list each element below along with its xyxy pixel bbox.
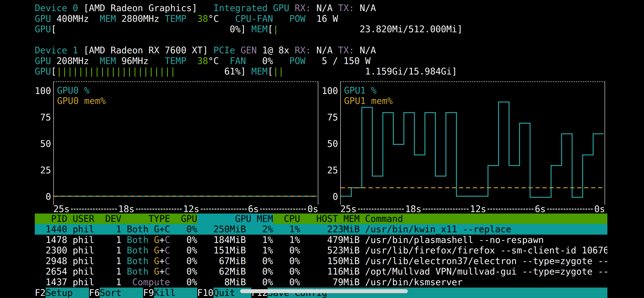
- f9-key-label[interactable]: F9: [143, 287, 154, 298]
- gpu0-plot-box: GPU0 % GPU0 mem%: [53, 82, 318, 205]
- row-type-both: Both: [127, 224, 148, 234]
- row-type-graphics-flag: G: [154, 266, 159, 277]
- temp-unit: °C: [208, 56, 230, 66]
- home-indicator[interactable]: [240, 289, 408, 293]
- row-type-plus: +: [159, 235, 164, 245]
- row-pid-user-dev: 2654 phil 1: [35, 266, 127, 277]
- y-tick-75: 75: [327, 112, 338, 123]
- device1-bars-line: GPU[|||||||||||||||||||||| 61%] MEM[|| 1…: [35, 66, 644, 77]
- row-type-plus: +: [159, 224, 164, 234]
- device0-bus-label: Integrated GPU: [214, 3, 289, 13]
- mem-clock-value: 2800MHz: [116, 14, 164, 24]
- device1-stats-line: GPU 208MHz MEM 96MHz TEMP 38°C FAN 0% PO…: [35, 56, 644, 66]
- axis-dash: [136, 209, 182, 210]
- axis-dash: [547, 209, 593, 210]
- gpu-usage-bar: ||||||||||||||||||||||: [56, 66, 176, 77]
- gpu0-y-axis: 100 75 50 25 0: [35, 82, 53, 213]
- fan-label: FAN: [230, 56, 246, 66]
- legend-gpu-percent: GPU1 %: [344, 85, 393, 96]
- gpu1-y-axis: 100 75 50 25 0: [318, 82, 340, 213]
- gpu0-history-chart: 100 75 50 25 0 GPU0 % GPU0 mem% 25s18s12…: [35, 82, 318, 213]
- row-pid-user-dev: 1478 phil 1: [35, 235, 127, 245]
- gpu-clock-value: 400MHz: [51, 14, 100, 24]
- temp-label: TEMP: [165, 14, 186, 24]
- row-type-both: Both: [127, 256, 148, 266]
- header-sort-column-gpu-mem[interactable]: GPU MEM: [197, 213, 273, 224]
- row-type-graphics-flag: G: [154, 256, 159, 266]
- spacer: [148, 245, 154, 255]
- row-type-both: Both: [127, 235, 148, 245]
- spacer: [186, 14, 197, 24]
- y-tick-100: 100: [35, 86, 51, 96]
- mem-bar-label: MEM: [251, 66, 268, 77]
- process-table: PID USER DEV TYPE GPU GPU MEM CPU HOST M…: [35, 213, 607, 287]
- process-row[interactable]: 2948 phil 1 Both G+C 0% 67MiB 0% 0% 150M…: [35, 256, 607, 266]
- x-tick: 12s: [470, 204, 486, 214]
- spacer: [148, 235, 154, 245]
- temp-value: 38: [197, 14, 208, 24]
- device0-model: [AMD Radeon Graphics]: [78, 3, 214, 13]
- spacer: [235, 45, 240, 56]
- setup-button[interactable]: Setup: [46, 287, 89, 298]
- legend-mem-percent: GPU0 mem%: [57, 96, 106, 106]
- x-tick: 12s: [183, 204, 199, 214]
- row-stats-command: 0% 67MiB 0% 0% 150MiB /usr/lib/electron3…: [170, 256, 607, 266]
- spacer: [148, 266, 154, 277]
- gpu1-legend: GPU1 % GPU1 mem%: [344, 85, 393, 106]
- axis-dash: [358, 209, 404, 210]
- mem-usage-bar: |: [273, 24, 278, 34]
- device1-name: Device 1: [35, 45, 78, 56]
- f2-key-label[interactable]: F2: [35, 287, 46, 298]
- power-value: 5 / 150 W: [306, 56, 370, 66]
- mem-clock-label: MEM: [100, 14, 116, 24]
- axis-dash: [423, 209, 469, 210]
- device1-gen-label: GEN: [241, 45, 257, 56]
- x-tick: 6s: [248, 204, 259, 214]
- fan-value: 0%: [246, 56, 289, 66]
- history-charts: 100 75 50 25 0 GPU0 % GPU0 mem% 25s18s12…: [35, 82, 644, 213]
- process-row[interactable]: 2654 phil 1 Both G+C 0% 62MiB 0% 0% 116M…: [35, 266, 607, 277]
- blank-line: [35, 35, 644, 45]
- row-type-compute-flag: C: [165, 256, 170, 266]
- row-type-compute-flag: C: [165, 266, 170, 277]
- device0-bars-line: GPU[ 0%] MEM[| 23.820Mi/512.000Mi]: [35, 24, 644, 35]
- row-stats-command: 0% 8MiB 0% 0% 79MiB /usr/bin/ksmserver: [170, 277, 462, 287]
- row-pid-user-dev: 1440 phil 1: [35, 224, 127, 234]
- row-type-compute-flag: C: [165, 235, 170, 245]
- temp-value: 38: [197, 56, 208, 66]
- axis-dash: [201, 209, 247, 210]
- x-tick: 25s: [53, 204, 70, 214]
- device1-model: [AMD Radeon RX 7600 XT]: [78, 45, 214, 56]
- mem-clock-value: 96MHz: [116, 56, 164, 66]
- row-stats-command: 0% 151MiB 1% 0% 523MiB /usr/lib/firefox/…: [170, 245, 607, 255]
- nvtop-terminal-screen: Device 0 [AMD Radeon Graphics] Integrate…: [0, 0, 644, 298]
- mem-usage-value: 23.820Mi/512.000Mi]: [278, 24, 462, 34]
- x-tick: 6s: [535, 204, 546, 214]
- row-type-graphics-flag: G: [154, 245, 159, 255]
- gpu1-history-chart: 100 75 50 25 0 GPU1 % GPU1 mem% 25s18s12…: [318, 82, 605, 213]
- spacer: [148, 224, 154, 234]
- f10-key-label[interactable]: F10: [197, 287, 214, 298]
- x-tick: 18s: [405, 204, 422, 214]
- kill-button[interactable]: Kill: [154, 287, 197, 298]
- sort-button[interactable]: Sort: [100, 287, 143, 298]
- device1-rx-value: N/A: [311, 45, 338, 56]
- y-tick-50: 50: [40, 139, 51, 149]
- power-label: POW: [289, 14, 306, 24]
- row-type-plus: +: [159, 245, 164, 255]
- device0-tx-label: TX:: [338, 3, 354, 13]
- process-row[interactable]: 1478 phil 1 Both G+C 0% 184MiB 1% 1% 479…: [35, 235, 607, 245]
- device1-bus-label: PCIe: [214, 45, 235, 56]
- process-row-selected[interactable]: 1440 phil 1 Both G+C 0% 250MiB 2% 1% 223…: [35, 224, 607, 235]
- x-tick: 25s: [340, 204, 356, 214]
- bracket: [: [51, 24, 56, 34]
- process-row[interactable]: 2300 phil 1 Both G+C 0% 151MiB 1% 0% 523…: [35, 245, 607, 256]
- device1-rx-label: RX:: [295, 45, 311, 56]
- process-row[interactable]: 1437 phil 1 Compute 0% 8MiB 0% 0% 79MiB …: [35, 277, 607, 287]
- spacer: [289, 3, 295, 13]
- f6-key-label[interactable]: F6: [89, 287, 100, 298]
- gpu0-x-axis: 25s18s12s6s0s: [53, 205, 318, 213]
- axis-dash: [260, 209, 306, 210]
- bracket: [: [268, 24, 273, 34]
- gpu-usage-percent: 61%]: [176, 66, 251, 77]
